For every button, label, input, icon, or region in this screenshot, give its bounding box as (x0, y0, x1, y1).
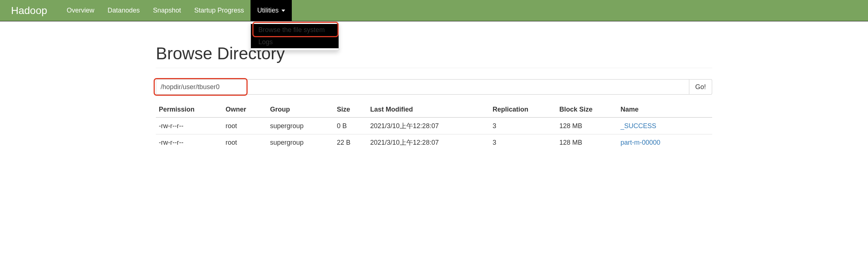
nav-link-utilities-label: Utilities (257, 7, 279, 14)
cell-size: 22 B (334, 134, 367, 151)
cell-permission: -rw-r--r-- (156, 134, 223, 151)
page-header: Browse Directory (156, 43, 712, 68)
cell-owner: root (223, 134, 267, 151)
file-link[interactable]: _SUCCESS (620, 122, 656, 130)
cell-name: part-m-00000 (617, 134, 712, 151)
cell-modified: 2021/3/10上午12:28:07 (367, 117, 490, 134)
nav-item-overview: Overview (60, 0, 101, 21)
navbar-nav: Overview Datanodes Snapshot Startup Prog… (60, 0, 292, 21)
nav-item-startup-progress: Startup Progress (188, 0, 251, 21)
cell-size: 0 B (334, 117, 367, 134)
cell-modified: 2021/3/10上午12:28:07 (367, 134, 490, 151)
go-button[interactable]: Go! (689, 79, 712, 95)
cell-blocksize: 128 MB (556, 117, 617, 134)
caret-down-icon (281, 10, 285, 12)
table-head: Permission Owner Group Size Last Modifie… (156, 102, 712, 117)
path-input[interactable] (156, 79, 689, 95)
th-group: Group (267, 102, 334, 117)
path-input-group: Go! (156, 79, 712, 95)
dropdown-browse-filesystem[interactable]: Browse the file system (251, 24, 339, 36)
table-row: -rw-r--r-- root supergroup 0 B 2021/3/10… (156, 117, 712, 134)
table-header-row: Permission Owner Group Size Last Modifie… (156, 102, 712, 117)
directory-table: Permission Owner Group Size Last Modifie… (156, 102, 712, 151)
cell-owner: root (223, 117, 267, 134)
cell-group: supergroup (267, 117, 334, 134)
navbar-brand[interactable]: Hadoop (6, 5, 53, 17)
table-row: -rw-r--r-- root supergroup 22 B 2021/3/1… (156, 134, 712, 151)
page-title: Browse Directory (156, 43, 712, 63)
nav-link-overview[interactable]: Overview (60, 0, 101, 21)
nav-link-snapshot[interactable]: Snapshot (146, 0, 188, 21)
nav-link-startup-progress[interactable]: Startup Progress (188, 0, 251, 21)
cell-replication: 3 (490, 134, 556, 151)
table-body: -rw-r--r-- root supergroup 0 B 2021/3/10… (156, 117, 712, 151)
th-permission: Permission (156, 102, 223, 117)
nav-link-utilities[interactable]: Utilities (251, 0, 292, 21)
nav-link-datanodes[interactable]: Datanodes (101, 0, 146, 21)
nav-item-snapshot: Snapshot (146, 0, 188, 21)
cell-replication: 3 (490, 117, 556, 134)
nav-item-utilities: Utilities Browse the file system Logs (251, 0, 292, 21)
file-link[interactable]: part-m-00000 (620, 139, 660, 146)
th-modified: Last Modified (367, 102, 490, 117)
cell-blocksize: 128 MB (556, 134, 617, 151)
th-replication: Replication (490, 102, 556, 117)
th-blocksize: Block Size (556, 102, 617, 117)
cell-name: _SUCCESS (617, 117, 712, 134)
dropdown-logs[interactable]: Logs (251, 36, 339, 48)
main-container: Browse Directory Go! Permission Owner Gr… (150, 43, 718, 151)
th-owner: Owner (223, 102, 267, 117)
cell-permission: -rw-r--r-- (156, 117, 223, 134)
cell-group: supergroup (267, 134, 334, 151)
navbar: Hadoop Overview Datanodes Snapshot Start… (0, 0, 868, 21)
nav-item-datanodes: Datanodes (101, 0, 146, 21)
th-name: Name (617, 102, 712, 117)
utilities-dropdown: Browse the file system Logs (251, 22, 339, 50)
go-button-wrap: Go! (689, 79, 712, 95)
th-size: Size (334, 102, 367, 117)
